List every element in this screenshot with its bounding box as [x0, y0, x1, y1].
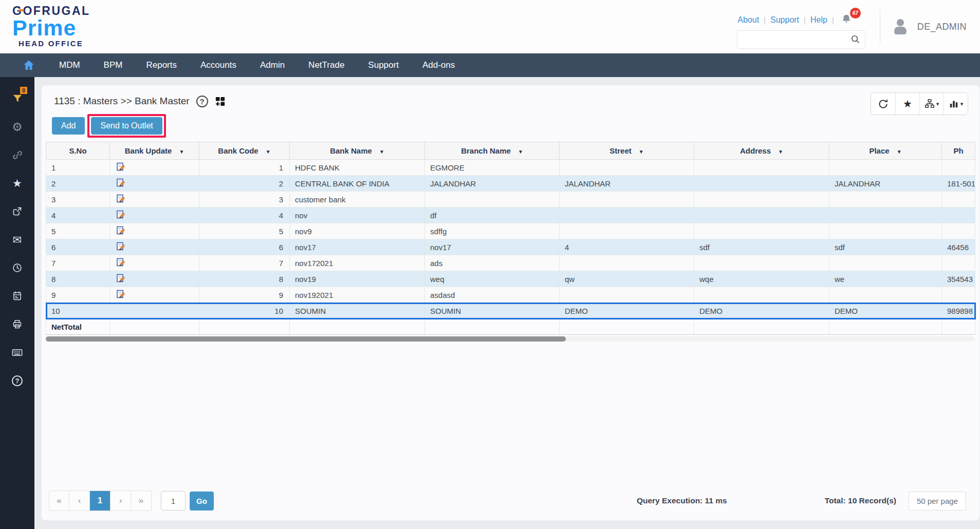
hierarchy-view-button[interactable]: ▾	[919, 93, 944, 115]
cell-bank-update[interactable]	[110, 255, 199, 271]
nav-item-bpm[interactable]: BPM	[92, 60, 135, 70]
table-row[interactable]: 2 2CENTRAL BANK OF INDIAJALANDHARJALANDH…	[46, 176, 975, 192]
column-header-bank-code[interactable]: Bank Code▼	[199, 142, 290, 160]
keyboard-icon[interactable]	[0, 338, 34, 367]
prev-page-button[interactable]: ‹	[69, 490, 90, 511]
cell-branch-name	[425, 192, 560, 207]
cell-bank-code: 8	[199, 271, 290, 287]
table-row[interactable]: 7 7nov172021ads	[46, 255, 975, 271]
cell-branch-name: asdasd	[425, 287, 560, 303]
table-row[interactable]: 3 3customer bank	[46, 192, 975, 207]
cell-place	[829, 192, 942, 207]
cell-bank-update[interactable]	[110, 287, 199, 303]
bank-update-edit-icon	[117, 226, 125, 235]
mail-icon[interactable]: ✉	[0, 225, 34, 254]
nav-item-accounts[interactable]: Accounts	[189, 60, 248, 70]
notification-bell-icon[interactable]: 67	[841, 13, 852, 27]
cell-bank-update[interactable]	[110, 192, 199, 207]
table-row[interactable]: 5 5nov9sdffg	[46, 223, 975, 239]
filter-icon[interactable]: 0	[0, 84, 34, 112]
last-page-button[interactable]: »	[131, 490, 152, 511]
cell-bank-name: SOUMIN	[290, 303, 425, 319]
column-header-bank-name[interactable]: Bank Name▼	[290, 142, 425, 160]
table-row[interactable]: 4 4novdf	[46, 207, 975, 223]
first-page-button[interactable]: «	[49, 490, 69, 511]
column-header-branch-name[interactable]: Branch Name▼	[425, 142, 560, 160]
link-icon[interactable]	[0, 141, 34, 169]
help-icon[interactable]: ?	[0, 367, 34, 395]
cell-bank-name: CENTRAL BANK OF INDIA	[290, 176, 425, 192]
nav-item-admin[interactable]: Admin	[248, 60, 297, 70]
clock-icon[interactable]	[0, 254, 34, 282]
chevron-down-icon: ▾	[936, 101, 939, 107]
add-button[interactable]: Add	[52, 117, 85, 135]
cell-bank-name: customer bank	[290, 192, 425, 207]
cell-bank-update[interactable]	[110, 160, 199, 176]
table-row[interactable]: 9 9nov192021asdasd	[46, 287, 975, 303]
column-header-street[interactable]: Street▼	[560, 142, 694, 160]
cell-address	[694, 192, 829, 207]
help-link[interactable]: Help	[810, 15, 827, 25]
goto-page-input[interactable]	[161, 491, 186, 511]
table-row[interactable]: 8 8nov19weqqwwqewe354543	[46, 271, 975, 287]
column-header-bank-update[interactable]: Bank Update▼	[110, 142, 199, 160]
send-to-outlet-button[interactable]: Send to Outlet	[91, 117, 162, 135]
cell-bank-code: 1	[199, 160, 290, 176]
search-icon[interactable]	[850, 34, 865, 44]
about-link[interactable]: About	[737, 15, 759, 25]
column-header-ph[interactable]: Ph	[942, 142, 975, 160]
page-number-button[interactable]: 1	[90, 490, 110, 511]
share-icon[interactable]	[0, 197, 34, 225]
cell-bank-update[interactable]	[110, 207, 199, 223]
refresh-button[interactable]	[871, 93, 895, 115]
cell-phone	[942, 160, 975, 176]
column-header-address[interactable]: Address▼	[694, 142, 829, 160]
cell-street	[560, 160, 694, 176]
nav-item-support[interactable]: Support	[356, 60, 411, 70]
chevron-down-icon: ▾	[960, 101, 964, 107]
next-page-button[interactable]: ›	[110, 490, 131, 511]
per-page-select[interactable]: 50 per page	[909, 492, 966, 511]
horizontal-scrollbar-thumb[interactable]	[46, 336, 566, 342]
nav-item-nettrade[interactable]: NetTrade	[297, 60, 356, 70]
star-icon[interactable]: ★	[0, 169, 34, 197]
user-menu[interactable]: DE_ADMIN	[891, 17, 980, 36]
print-icon[interactable]	[0, 310, 34, 338]
gear-icon[interactable]: ⚙	[0, 112, 34, 141]
nav-item-reports[interactable]: Reports	[134, 60, 189, 70]
chart-view-button[interactable]: ▾	[944, 93, 968, 115]
table-row-selected[interactable]: 1010SOUMINSOUMINDEMODEMODEMO989898	[46, 303, 975, 319]
cell-bank-update[interactable]	[110, 176, 199, 192]
cell-place	[829, 223, 942, 239]
nav-item-add-ons[interactable]: Add-ons	[411, 60, 467, 70]
support-link[interactable]: Support	[770, 15, 799, 25]
search-input[interactable]	[737, 31, 850, 48]
page-help-icon[interactable]: ?	[196, 96, 208, 107]
net-total-cell	[560, 319, 694, 335]
nav-item-mdm[interactable]: MDM	[47, 60, 92, 70]
cell-bank-update[interactable]	[110, 239, 199, 255]
query-execution-label: Query Execution: 11 ms	[637, 496, 727, 505]
dashboard-grid-icon[interactable]	[215, 96, 226, 107]
bank-update-edit-icon	[117, 210, 125, 219]
favorite-button[interactable]: ★	[895, 93, 919, 115]
report-icon[interactable]	[0, 282, 34, 310]
table-row[interactable]: 6 6nov17nov174sdfsdf46456	[46, 239, 975, 255]
notification-count-badge: 67	[850, 8, 861, 18]
bank-update-edit-icon	[117, 274, 125, 282]
cell-street: 4	[560, 239, 694, 255]
cell-bank-update[interactable]	[110, 223, 199, 239]
column-header-s-no[interactable]: S.No	[46, 142, 110, 160]
logo-brand-text: GOFRUGAL	[12, 4, 90, 18]
cell-branch-name: weq	[425, 271, 560, 287]
go-button[interactable]: Go	[190, 492, 214, 511]
cell-bank-update[interactable]	[110, 271, 199, 287]
horizontal-scrollbar-track[interactable]	[46, 336, 975, 342]
table-row[interactable]: 1 1HDFC BANKEGMORE	[46, 160, 975, 176]
net-total-cell	[290, 319, 425, 335]
cell-address: DEMO	[694, 303, 829, 319]
column-header-place[interactable]: Place▼	[829, 142, 942, 160]
cell-bank-name: nov9	[290, 223, 425, 239]
home-icon[interactable]	[10, 59, 47, 71]
cell-address	[694, 223, 829, 239]
